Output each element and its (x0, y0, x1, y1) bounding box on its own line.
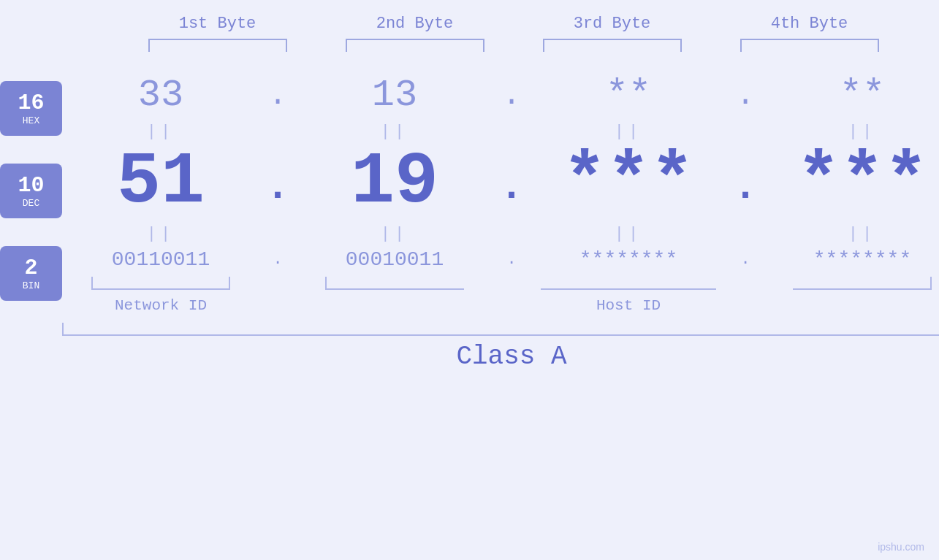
dec-val-4: *** (797, 146, 928, 219)
dot-hex-2: . (493, 78, 530, 113)
byte-header-1: 1st Byte (119, 15, 316, 33)
host-bracket-cell-4 (764, 277, 939, 290)
bin-base-label: BIN (23, 280, 39, 291)
hex-base-label: HEX (23, 115, 39, 126)
dec-cell-2: 19 (296, 146, 493, 219)
host-bracket-outer (296, 277, 939, 290)
hex-val-2: 13 (372, 74, 417, 117)
dec-cell-4: *** (764, 146, 939, 219)
class-bracket-row (62, 323, 939, 336)
bin-row: 00110011 . 00010011 . ******** . *******… (62, 248, 939, 271)
bin-val-1: 00110011 (112, 248, 210, 271)
top-bracket-2 (316, 39, 514, 52)
host-bracket-mid (541, 277, 716, 290)
eq2-cell-2: || (296, 225, 493, 243)
byte-headers-row: 1st Byte 2nd Byte 3rd Byte 4th Byte (44, 15, 939, 33)
eq-cell-2: || (296, 123, 493, 141)
bracket-top-4 (740, 39, 879, 52)
dot-bin-2: . (493, 250, 530, 269)
class-label: Class A (62, 342, 939, 372)
equals-row-2: || || || || (62, 219, 939, 248)
host-bracket-left (325, 277, 464, 290)
bin-badge: 2 BIN (0, 246, 62, 301)
eq2-cell-1: || (62, 225, 259, 243)
hex-cell-2: 13 (296, 74, 493, 117)
watermark: ipshu.com (878, 541, 924, 553)
top-bracket-1 (119, 39, 316, 52)
dot-bin-3: . (727, 250, 764, 269)
eq-cell-3: || (530, 123, 727, 141)
bin-val-4: ******** (813, 248, 911, 271)
byte-header-2: 2nd Byte (316, 15, 514, 33)
eq-cell-4: || (764, 123, 939, 141)
network-bracket (91, 277, 230, 290)
eq2-cell-3: || (530, 225, 727, 243)
hex-cell-4: ** (764, 74, 939, 117)
eq2-cell-4: || (764, 225, 939, 243)
bin-cell-4: ******** (764, 248, 939, 271)
dot-hex-1: . (259, 78, 296, 113)
hex-badge: 16 HEX (0, 81, 62, 136)
byte-header-3: 3rd Byte (514, 15, 711, 33)
dec-cell-3: *** (530, 146, 727, 219)
label-column: 16 HEX 10 DEC 2 BIN (0, 74, 62, 301)
bin-val-3: ******** (579, 248, 677, 271)
hex-val-1: 33 (138, 74, 183, 117)
bottom-brackets-row (62, 277, 939, 290)
bracket-top-1 (148, 39, 287, 52)
dec-val-1: 51 (117, 146, 205, 219)
class-bracket (62, 323, 939, 336)
bin-base-num: 2 (24, 256, 37, 280)
bracket-top-3 (543, 39, 682, 52)
main-container: 1st Byte 2nd Byte 3rd Byte 4th Byte 16 H… (0, 0, 939, 560)
host-bracket-cell-3 (530, 277, 727, 290)
hex-row: 33 . 13 . ** . ** (62, 74, 939, 117)
dec-val-3: *** (563, 146, 694, 219)
hex-cell-3: ** (530, 74, 727, 117)
network-bracket-cell (62, 277, 259, 290)
dot-dec-3: . (727, 164, 764, 219)
network-id-label: Network ID (62, 297, 259, 314)
host-bracket-right (793, 277, 932, 290)
dec-badge: 10 DEC (0, 164, 62, 218)
dec-val-2: 19 (351, 146, 438, 219)
bin-cell-3: ******** (530, 248, 727, 271)
hex-base-num: 16 (18, 91, 44, 115)
bracket-top-2 (346, 39, 484, 52)
dec-row: 51 . 19 . *** . *** (62, 146, 939, 219)
host-id-label: Host ID (296, 297, 939, 314)
top-brackets-row (44, 39, 939, 52)
dot-hex-3: . (727, 78, 764, 113)
dec-cell-1: 51 (62, 146, 259, 219)
dot-bin-1: . (259, 250, 296, 269)
top-bracket-3 (514, 39, 711, 52)
dot-dec-2: . (493, 164, 530, 219)
hex-val-3: ** (606, 74, 651, 117)
bin-cell-1: 00110011 (62, 248, 259, 271)
host-bracket-cell-2 (296, 277, 493, 290)
dec-base-label: DEC (23, 198, 39, 209)
dot-dec-1: . (259, 164, 296, 219)
id-labels-row: Network ID Host ID (62, 297, 939, 314)
bin-val-2: 00010011 (346, 248, 444, 271)
hex-val-4: ** (840, 74, 885, 117)
dec-base-num: 10 (18, 174, 44, 198)
eq-cell-1: || (62, 123, 259, 141)
byte-header-4: 4th Byte (711, 15, 908, 33)
bin-cell-2: 00010011 (296, 248, 493, 271)
top-bracket-4 (711, 39, 908, 52)
hex-cell-1: 33 (62, 74, 259, 117)
